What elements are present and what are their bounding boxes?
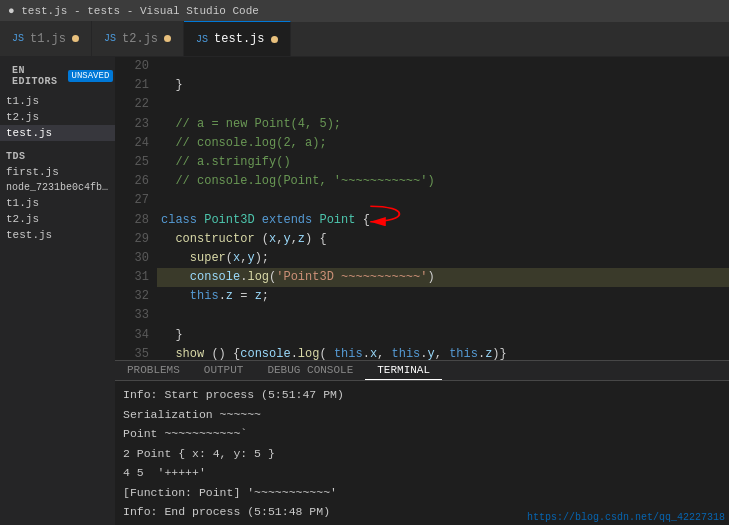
tab-t2js[interactable]: JS t2.js — [92, 21, 184, 56]
code-lines: } // a = new Point(4, 5); // console.log… — [157, 57, 729, 360]
code-line-30: super(x,y); — [157, 249, 729, 268]
sidebar: EN EDITORS UNSAVED t1.js t2.js test.js T… — [0, 57, 115, 525]
code-line-27 — [157, 191, 729, 210]
tab-bar: JS t1.js JS t2.js JS test.js — [0, 22, 729, 57]
sidebar-item-t2js[interactable]: t2.js — [0, 109, 115, 125]
tab-debug-console[interactable]: DEBUG CONSOLE — [255, 361, 365, 380]
line-numbers: 20 21 22 23 24 25 26 27 28 29 30 31 32 3… — [115, 57, 157, 360]
code-line-32: this.z = z; — [157, 287, 729, 306]
tab-testjs-icon: JS — [196, 34, 208, 45]
code-line-29: constructor (x,y,z) { — [157, 230, 729, 249]
title-bar: ● test.js - tests - Visual Studio Code — [0, 0, 729, 22]
tab-testjs-modified-dot — [271, 36, 278, 43]
sidebar-item-t2js-tds[interactable]: t2.js — [0, 211, 115, 227]
terminal-line-3: Point ~~~~~~~~~~~` — [123, 424, 721, 444]
terminal-line-4: 2 Point { x: 4, y: 5 } — [123, 444, 721, 464]
code-line-35: show () {console.log( this.x, this.y, th… — [157, 345, 729, 360]
code-line-31: console.log('Point3D ~~~~~~~~~~~') — [157, 268, 729, 287]
sidebar-item-t1js[interactable]: t1.js — [0, 93, 115, 109]
code-line-24: // console.log(2, a); — [157, 134, 729, 153]
code-region: } // a = new Point(4, 5); // console.log… — [157, 57, 729, 360]
tab-output[interactable]: OUTPUT — [192, 361, 256, 380]
code-line-20 — [157, 57, 729, 76]
tab-terminal[interactable]: TERMINAL — [365, 361, 442, 380]
terminal-line-5: 4 5 '+++++' — [123, 463, 721, 483]
terminal-content: Info: Start process (5:51:47 PM) Seriali… — [115, 381, 729, 525]
code-line-21: } — [157, 76, 729, 95]
sidebar-item-node-tmp[interactable]: node_7231be0c4fb226.tmp — [0, 180, 115, 195]
main-area: EN EDITORS UNSAVED t1.js t2.js test.js T… — [0, 57, 729, 525]
sidebar-item-firstjs[interactable]: first.js — [0, 164, 115, 180]
tab-t1js[interactable]: JS t1.js — [0, 21, 92, 56]
open-editors-title: EN EDITORS — [6, 61, 64, 91]
terminal-panel: PROBLEMS OUTPUT DEBUG CONSOLE TERMINAL I… — [115, 360, 729, 525]
tab-t2js-modified-dot — [164, 35, 171, 42]
code-line-22 — [157, 95, 729, 114]
code-editor[interactable]: 20 21 22 23 24 25 26 27 28 29 30 31 32 3… — [115, 57, 729, 360]
title-text: ● test.js - tests - Visual Studio Code — [8, 5, 259, 17]
tab-t2js-icon: JS — [104, 33, 116, 44]
tab-problems[interactable]: PROBLEMS — [115, 361, 192, 380]
code-line-23: // a = new Point(4, 5); — [157, 115, 729, 134]
terminal-line-2: Serialization ~~~~~~ — [123, 405, 721, 425]
tab-t2js-label: t2.js — [122, 32, 158, 46]
sidebar-item-t1js-tds[interactable]: t1.js — [0, 195, 115, 211]
code-line-34: } — [157, 326, 729, 345]
tab-t1js-label: t1.js — [30, 32, 66, 46]
editor-area: 20 21 22 23 24 25 26 27 28 29 30 31 32 3… — [115, 57, 729, 525]
tab-t1js-icon: JS — [12, 33, 24, 44]
code-line-26: // console.log(Point, '~~~~~~~~~~~') — [157, 172, 729, 191]
tab-testjs[interactable]: JS test.js — [184, 21, 290, 56]
tab-testjs-label: test.js — [214, 32, 264, 46]
terminal-line-6: [Function: Point] '~~~~~~~~~~~' — [123, 483, 721, 503]
tab-t1js-modified-dot — [72, 35, 79, 42]
code-line-33 — [157, 306, 729, 325]
code-line-28: class Point3D extends Point { — [157, 211, 729, 230]
open-editors-badge: UNSAVED — [68, 70, 114, 82]
code-line-25: // a.stringify() — [157, 153, 729, 172]
terminal-tab-bar: PROBLEMS OUTPUT DEBUG CONSOLE TERMINAL — [115, 361, 729, 381]
watermark: https://blog.csdn.net/qq_42227318 — [527, 512, 725, 523]
sidebar-item-testjs[interactable]: test.js — [0, 125, 115, 141]
terminal-line-1: Info: Start process (5:51:47 PM) — [123, 385, 721, 405]
sidebar-tds-title: TDS — [0, 149, 115, 164]
sidebar-item-testjs-tds[interactable]: test.js — [0, 227, 115, 243]
